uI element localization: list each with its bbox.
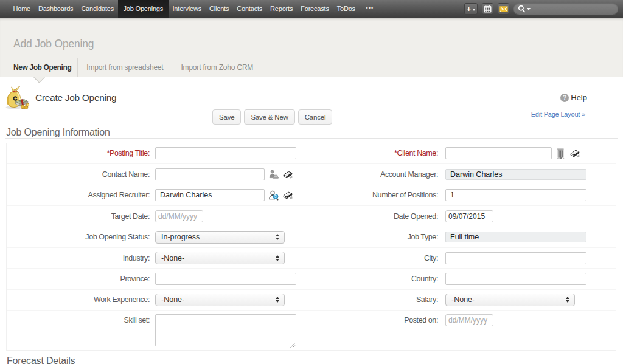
eraser-icon[interactable]: [283, 170, 293, 179]
select-arrows-icon: [276, 297, 280, 303]
job-opening-form: *Posting Title:*Client Name:Contact Name…: [6, 143, 616, 351]
work-experience-select[interactable]: -None-: [155, 294, 285, 306]
field-cell: [150, 147, 329, 159]
contact-name-input[interactable]: [155, 168, 265, 180]
eraser-icon[interactable]: [283, 190, 293, 200]
field-label: *Posting Title:: [7, 149, 150, 157]
form-row: Province:Country:: [7, 268, 616, 289]
nav-items: HomeDashboardsCandidatesJob OpeningsInte…: [9, 0, 380, 18]
field-label: Job Type:: [329, 233, 438, 241]
nav-item-home[interactable]: Home: [9, 0, 35, 18]
save-button[interactable]: Save: [212, 109, 241, 125]
add-new-button[interactable]: +: [464, 3, 478, 15]
section-title-forecast-details: Forecast Details: [7, 355, 75, 364]
record-title: Create Job Opening: [35, 92, 116, 103]
industry-select-value: -None-: [161, 254, 184, 263]
nav-overflow-ellipsis[interactable]: •••: [359, 0, 380, 18]
form-row: Skill set:Posted on:: [7, 310, 616, 350]
skill-set-textarea[interactable]: [155, 314, 296, 346]
nav-item-contacts[interactable]: Contacts: [233, 0, 266, 18]
edit-page-layout-link[interactable]: Edit Page Layout »: [531, 111, 585, 118]
select-arrows-icon: [276, 255, 280, 261]
mail-button[interactable]: [498, 3, 509, 15]
field-cell: [150, 168, 329, 180]
field-cell: In-progress: [150, 231, 329, 244]
job-opening-status-select-value: In-progress: [161, 233, 200, 241]
salary-select-value: -None-: [451, 295, 475, 304]
tab-import-from-zoho-crm[interactable]: Import from Zoho CRM: [172, 58, 262, 77]
assigned-recruiter-input[interactable]: [155, 189, 265, 201]
nav-item-forecasts[interactable]: Forecasts: [297, 0, 333, 18]
nav-item-reports[interactable]: Reports: [266, 0, 297, 18]
job-opening-status-select[interactable]: In-progress: [155, 231, 285, 244]
country-input[interactable]: [445, 273, 586, 285]
field-label: Target Date:: [7, 212, 150, 221]
page-title: Add Job Opening: [13, 38, 94, 50]
save-new-button[interactable]: Save & New: [244, 109, 294, 125]
nav-item-job-openings[interactable]: Job Openings: [118, 0, 169, 18]
field-cell: -None-: [150, 252, 329, 264]
province-input[interactable]: [155, 273, 296, 285]
search-scope-caret-icon[interactable]: [527, 8, 531, 10]
field-cell: [438, 147, 616, 159]
field-label: Date Opened:: [329, 212, 438, 221]
cancel-button[interactable]: Cancel: [298, 109, 333, 125]
field-cell: [150, 311, 329, 346]
client-name-input[interactable]: [445, 147, 552, 159]
calendar-icon: [484, 5, 492, 13]
field-cell: Full time: [438, 232, 616, 242]
field-label: Province:: [7, 275, 150, 283]
field-label: Skill set:: [7, 311, 150, 325]
contact-icon[interactable]: [269, 170, 279, 179]
field-cell: -None-: [150, 294, 329, 306]
calendar-button[interactable]: [482, 3, 493, 15]
target-date-input[interactable]: [155, 210, 203, 222]
field-cell: [438, 210, 616, 222]
field-label: Salary:: [329, 295, 438, 304]
eraser-icon[interactable]: [570, 148, 580, 158]
field-cell: [150, 210, 329, 222]
money-bag-icon: [5, 84, 30, 109]
recruiter-search-icon[interactable]: [269, 190, 279, 200]
nav-item-interviews[interactable]: Interviews: [169, 0, 206, 18]
building-icon[interactable]: [556, 148, 566, 158]
help-label: Help: [571, 93, 587, 102]
field-cell: [150, 189, 329, 201]
form-row: Industry:-None-City:: [7, 247, 616, 268]
posted-on-input[interactable]: [445, 314, 493, 326]
skill-set-textarea-wrap: [155, 314, 296, 346]
salary-select[interactable]: -None-: [445, 294, 575, 306]
city-input[interactable]: [445, 252, 586, 264]
forecast-section-rule: [6, 362, 616, 362]
field-label: Country:: [329, 275, 438, 283]
field-label: *Client Name:: [329, 149, 438, 157]
field-label: Account Manager:: [329, 170, 438, 179]
number-of-positions-input[interactable]: [445, 189, 586, 201]
date-opened-input[interactable]: [445, 210, 493, 222]
form-row: Job Opening Status:In-progressJob Type:F…: [7, 227, 616, 247]
industry-select[interactable]: -None-: [155, 252, 285, 264]
chevron-down-icon: [473, 9, 475, 11]
nav-item-dashboards[interactable]: Dashboards: [35, 0, 77, 18]
field-label: Work Experience:: [7, 295, 150, 304]
section-title-job-opening-information: Job Opening Information: [6, 127, 110, 138]
field-cell: [150, 273, 329, 285]
form-row: Assigned Recruiter:Number of Positions:: [7, 185, 616, 205]
field-label: Industry:: [7, 254, 150, 263]
select-arrows-icon: [566, 297, 570, 303]
field-label: Contact Name:: [7, 170, 150, 179]
field-cell: [438, 311, 616, 326]
tab-import-from-spreadsheet[interactable]: Import from spreadsheet: [78, 58, 172, 77]
job-type-readonly-field: Full time: [445, 232, 586, 242]
form-row: Contact Name:Account Manager:Darwin Char…: [7, 163, 616, 184]
field-label: Assigned Recruiter:: [7, 191, 150, 199]
account-manager-readonly-field: Darwin Charles: [445, 169, 586, 180]
global-search-input[interactable]: [513, 3, 618, 15]
nav-item-clients[interactable]: Clients: [206, 0, 233, 18]
posting-title-input[interactable]: [155, 147, 296, 159]
nav-item-todos[interactable]: ToDos: [333, 0, 359, 18]
help-link[interactable]: ? Help: [560, 93, 587, 102]
work-experience-select-value: -None-: [161, 295, 184, 304]
action-buttons: SaveSave & NewCancel: [212, 109, 335, 125]
nav-item-candidates[interactable]: Candidates: [77, 0, 118, 18]
